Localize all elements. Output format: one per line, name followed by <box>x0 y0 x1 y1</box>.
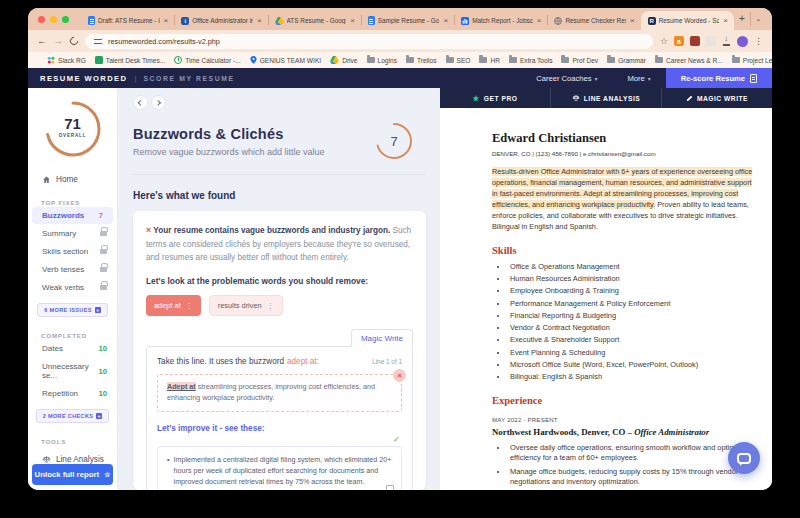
tab-close-icon[interactable]: × <box>442 16 449 25</box>
tab-search-button[interactable]: ⌄ <box>750 12 766 26</box>
tab-close-icon[interactable]: × <box>163 16 170 25</box>
sidebar-item-repetition[interactable]: Repetition 10 <box>28 385 117 402</box>
new-tab-button[interactable]: + <box>734 11 750 27</box>
bookmark-folder-hr[interactable]: HR <box>479 57 500 64</box>
bookmark-genius-wiki[interactable]: GENIUS TEAM WIKI <box>250 56 321 64</box>
google-docs-icon <box>368 16 375 25</box>
jobscan-icon <box>461 17 469 25</box>
browser-tab-sample-resume[interactable]: Sample Resume - Googl × <box>361 11 454 30</box>
nav-career-coaches[interactable]: Career Coaches ▾ <box>521 74 612 83</box>
bookmark-folder-grammar[interactable]: Grammar <box>607 57 646 64</box>
scale-icon <box>572 94 580 102</box>
plus-icon: + <box>96 413 102 419</box>
tab-strip: Draft: ATS Resume - Go × i Office Admini… <box>28 8 772 30</box>
sidebar-item-summary[interactable]: Summary <box>28 225 117 242</box>
site-info-icon[interactable] <box>94 38 102 44</box>
lock-icon <box>100 267 107 273</box>
copy-icon[interactable] <box>388 487 394 490</box>
extension-icon-a[interactable]: a <box>674 36 684 46</box>
sidebar-item-weak-verbs[interactable]: Weak verbs <box>28 279 117 296</box>
browser-tab-docs-draft[interactable]: Draft: ATS Resume - Go × <box>81 11 174 30</box>
remove-line-icon[interactable]: × <box>393 369 406 382</box>
line-counter: Line 1 of 1 <box>372 358 402 365</box>
reload-button[interactable] <box>68 35 79 46</box>
rescore-resume-button[interactable]: Re-score Resume <box>666 68 772 88</box>
buzzword-tag-adept-at[interactable]: adept at ⋮ <box>146 295 201 316</box>
tab-close-icon[interactable]: × <box>349 16 356 25</box>
brand-logo[interactable]: RESUME WORDED <box>40 74 127 83</box>
site-header: RESUME WORDED | SCORE MY RESUME Career C… <box>28 68 772 88</box>
browser-menu-icon[interactable]: ⋮ <box>754 36 763 46</box>
next-section-button[interactable] <box>151 95 166 110</box>
bookmark-folder-trellos[interactable]: Trellos <box>406 57 437 64</box>
chevron-left-icon <box>138 100 143 105</box>
error-x-icon: × <box>146 225 151 235</box>
forward-button[interactable]: → <box>54 36 64 46</box>
sidebar-item-home[interactable]: Home <box>28 175 117 184</box>
tab-title: ATS Resume - Google D <box>287 17 347 24</box>
extension-icon-red[interactable] <box>690 36 700 46</box>
tab-line-analysis[interactable]: LINE ANALYSIS <box>550 88 661 108</box>
sidebar-item-line-analysis[interactable]: Line Analysis <box>28 455 117 464</box>
previous-section-button[interactable] <box>133 95 148 110</box>
bookmark-drive[interactable]: Drive <box>330 56 357 64</box>
folder-icon <box>561 57 569 63</box>
tab-title: Sample Resume - Googl <box>378 17 440 24</box>
brand-divider: | <box>134 74 136 83</box>
tab-get-pro[interactable]: ★ GET PRO <box>440 88 550 108</box>
skill-item: Event Planning & Scheduling <box>508 348 758 359</box>
fullscreen-window-button[interactable] <box>62 16 69 23</box>
job-bullet: Oversee daily office operations, ensurin… <box>508 443 758 464</box>
browser-tab-resume-worded-active[interactable]: R Resume Worded - Score × <box>641 11 734 30</box>
clock-icon <box>174 56 182 64</box>
tab-title: Draft: ATS Resume - Go <box>98 17 160 24</box>
tab-close-icon[interactable]: × <box>536 16 543 25</box>
browser-tab-office-administrator[interactable]: i Office Administrator in D × <box>174 11 267 30</box>
more-issues-button[interactable]: 6 MORE ISSUES + <box>37 303 107 317</box>
buzzword-tag-results-driven[interactable]: results driven ⋮ <box>209 295 283 316</box>
sidebar-item-dates[interactable]: Dates 10 <box>28 340 117 357</box>
bookmark-folder-logins[interactable]: Logins <box>367 57 397 64</box>
tab-close-icon[interactable]: × <box>256 16 263 25</box>
close-window-button[interactable] <box>38 16 45 23</box>
tab-close-icon[interactable]: × <box>629 16 636 25</box>
bookmark-slack[interactable]: Slack RG <box>47 56 86 64</box>
bookmark-star-icon[interactable]: ☆ <box>660 36 668 46</box>
sidebar-item-skills-section[interactable]: Skills section <box>28 243 117 260</box>
completed-label: COMPLETED <box>28 332 117 339</box>
browser-tab-ats-resume-drive[interactable]: ATS Resume - Google D × <box>268 11 361 30</box>
home-icon <box>42 175 51 184</box>
tab-magic-write[interactable]: MAGIC WRITE <box>661 88 772 108</box>
minimize-window-button[interactable] <box>50 16 57 23</box>
more-checks-button[interactable]: 2 MORE CHECKS + <box>36 409 110 423</box>
job-bullet: Manage office budgets, reducing supply c… <box>508 467 758 488</box>
browser-tab-resume-checker[interactable]: Resume Checker Results × <box>547 11 640 30</box>
tab-close-icon[interactable]: × <box>722 16 729 25</box>
bookmark-folder-seo[interactable]: SEO <box>446 57 471 64</box>
buzzword-highlight: adept at: <box>287 357 319 366</box>
nav-more[interactable]: More ▾ <box>613 74 666 83</box>
address-bar[interactable]: resumeworded.com/results-v2.php <box>85 34 653 49</box>
sidebar-item-buzzwords[interactable]: Buzzwords 7 <box>32 207 113 224</box>
tag-menu-icon[interactable]: ⋮ <box>267 302 274 310</box>
magic-write-tab[interactable]: Magic Write <box>351 329 413 347</box>
sidebar-item-unnecessary-sections[interactable]: Unnecessary se... 10 <box>28 358 117 384</box>
tag-menu-icon[interactable]: ⋮ <box>186 302 193 310</box>
skill-item: Human Resources Administration <box>508 274 758 285</box>
bookmark-folder-extra-tools[interactable]: Extra Tools <box>509 57 553 64</box>
unlock-full-report-button[interactable]: Unlock full report ☆ <box>32 464 113 485</box>
extension-icon-grey[interactable] <box>706 36 716 46</box>
bookmark-folder-prof-dev[interactable]: Prof Dev <box>561 57 598 64</box>
browser-tab-jobscan[interactable]: Match Report - Jobscan × <box>454 11 547 30</box>
bookmark-time-calculator[interactable]: Time Calculator -... <box>174 56 240 64</box>
profile-avatar[interactable] <box>737 36 748 47</box>
toolbar-actions: ☆ a ⋮ <box>660 36 763 47</box>
sidebar-item-verb-tenses[interactable]: Verb tenses <box>28 261 117 278</box>
bookmark-folder-career-news[interactable]: Career News & R... <box>655 57 723 64</box>
back-button[interactable]: ← <box>37 36 47 46</box>
downloads-icon[interactable] <box>722 37 731 46</box>
chat-widget-button[interactable] <box>728 442 760 474</box>
suggested-line-box: • Implemented a centralized digital fili… <box>157 446 402 490</box>
bookmark-talent-desk[interactable]: Talent Desk Times... <box>95 56 165 64</box>
bookmark-folder-project-leadin[interactable]: Project Leadin' <box>732 57 772 64</box>
